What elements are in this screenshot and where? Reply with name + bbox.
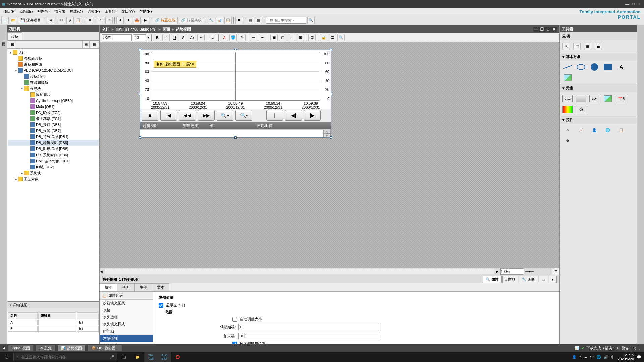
go-offline-button[interactable]: 🔗转至离线: [179, 17, 204, 24]
menu-view[interactable]: 视图(V): [35, 8, 52, 15]
ruler-fwd-button[interactable]: |▶: [304, 110, 321, 121]
volume-icon[interactable]: 🔊: [604, 355, 608, 359]
fillcolor-button[interactable]: 🪣: [229, 34, 237, 41]
tree-node[interactable]: DB_符号IO域 [DB4]: [8, 134, 99, 140]
tab-diagnostics[interactable]: 🔧诊断: [519, 276, 538, 283]
plcsim-icon[interactable]: PLCSIM: [158, 352, 171, 362]
explorer-icon[interactable]: 📁: [131, 352, 144, 362]
tree-node[interactable]: ▾PLC [CPU 1214C DC/DC/DC]: [8, 67, 99, 73]
go-online-button[interactable]: 🔗转至在线: [153, 17, 178, 24]
image-tool[interactable]: [562, 74, 573, 81]
layer-button[interactable]: ≣: [329, 34, 336, 41]
trend-screen-tab[interactable]: 📊趋势视图: [58, 345, 85, 351]
menu-insert[interactable]: 插入(I): [52, 8, 67, 15]
tree-view2-button[interactable]: ▦: [91, 41, 98, 48]
grid-tool[interactable]: ▦: [584, 43, 591, 50]
iofield-tool[interactable]: 0.12: [562, 95, 573, 102]
compile-button[interactable]: ⬇: [116, 17, 124, 24]
user-tool[interactable]: 👤: [589, 126, 599, 134]
subtab-events[interactable]: 事件: [135, 283, 152, 291]
paste-button[interactable]: 📋: [75, 17, 82, 24]
search-go-button[interactable]: 🔍: [307, 17, 315, 24]
safe-icon[interactable]: 🛡: [590, 355, 594, 359]
tia-icon[interactable]: TIAV15: [144, 352, 158, 362]
tree-node[interactable]: IO域 [DB2]: [8, 164, 99, 170]
tree-node[interactable]: FC_IO域 [FC2]: [8, 110, 99, 116]
alarm-tool[interactable]: ⚠: [562, 126, 573, 134]
proplist-item[interactable]: 按钮填充图案: [100, 300, 153, 307]
menu-help[interactable]: 帮助(H): [137, 8, 154, 15]
controls-header[interactable]: ▾控件: [560, 116, 637, 124]
trend-view-widget[interactable]: 1008060 40200 1008060 40200: [140, 50, 331, 138]
menu-project[interactable]: 项目(P): [1, 8, 18, 15]
menu-tools[interactable]: 工具(T): [103, 8, 119, 15]
subtab-anim[interactable]: 动画: [117, 283, 135, 291]
canvas-hscroll[interactable]: [105, 269, 494, 274]
start-button[interactable]: |◀: [160, 110, 177, 121]
tree-node[interactable]: 添加新设备: [8, 55, 99, 61]
ruler-button[interactable]: |: [266, 110, 283, 121]
delete-button[interactable]: ✕: [86, 17, 93, 24]
tree-node[interactable]: DB_系统时间 [DB6]: [8, 152, 99, 158]
maximize-button[interactable]: □: [631, 2, 636, 6]
tree-node[interactable]: DB_报警 [DB7]: [8, 128, 99, 134]
undo-button[interactable]: ↶: [97, 17, 104, 24]
graphio-tool[interactable]: [603, 95, 613, 102]
button-tool[interactable]: [576, 95, 586, 102]
tree-node[interactable]: ▸系统块: [8, 170, 99, 176]
tool1-button[interactable]: 🔧: [208, 17, 215, 24]
tab-devices[interactable]: 设备: [7, 32, 22, 40]
tree-node[interactable]: Cyclic interrupt [OB30]: [8, 98, 99, 104]
axis-start-input[interactable]: [238, 324, 379, 330]
split-h-button[interactable]: ▤: [247, 17, 254, 24]
italic-button[interactable]: I: [162, 34, 170, 41]
options-header[interactable]: 选项: [560, 32, 637, 40]
tool2-button[interactable]: 📊: [216, 17, 223, 24]
pointer-tool[interactable]: ↖: [562, 43, 570, 50]
editor-maximize[interactable]: □: [545, 27, 551, 32]
tool4-button[interactable]: ✖: [235, 17, 243, 24]
sup-button[interactable]: A↑: [189, 34, 196, 41]
show-left-y-checkbox[interactable]: [159, 303, 163, 308]
proplist-item[interactable]: 左侧值轴: [100, 335, 153, 342]
tree-node[interactable]: DB_按钮 [DB3]: [8, 122, 99, 128]
tree-node[interactable]: 添加新块: [8, 92, 99, 98]
tree-node[interactable]: DB_图形IO域 [DB5]: [8, 146, 99, 152]
line-tool[interactable]: [562, 63, 573, 71]
tray-up-icon[interactable]: ^: [579, 355, 581, 359]
cloud-icon[interactable]: ☁: [584, 355, 587, 359]
editor-minimize[interactable]: —: [533, 27, 539, 32]
align2-button[interactable]: ⊞: [297, 34, 304, 41]
tree-node[interactable]: ▾程序块: [8, 85, 99, 92]
menu-edit[interactable]: 编辑(E): [18, 8, 35, 15]
taskview-button[interactable]: ◫: [117, 352, 131, 362]
axis-end-input[interactable]: [238, 333, 379, 339]
tree-collapse-button[interactable]: ⊟: [9, 41, 16, 48]
ruler-line[interactable]: [235, 52, 236, 100]
switch-tool[interactable]: ⏻: [576, 106, 586, 113]
fontsize-select[interactable]: [133, 34, 146, 41]
notification-icon[interactable]: 💬: [637, 355, 641, 359]
trend-tool[interactable]: 📈: [576, 126, 586, 134]
tree-node[interactable]: ▸工艺对象: [8, 176, 99, 182]
system-tool[interactable]: ⚙: [562, 137, 573, 144]
panel-collapse[interactable]: ▭: [539, 276, 548, 283]
network-icon[interactable]: 🌐: [596, 355, 601, 359]
mic-icon[interactable]: 🎤: [110, 355, 114, 359]
db-tab[interactable]: 📦DB_趋势视...: [88, 345, 122, 351]
align-button[interactable]: ≡: [209, 34, 216, 41]
new-button[interactable]: 📄: [1, 17, 9, 24]
linecolor-button[interactable]: ✎: [238, 34, 246, 41]
project-tree[interactable]: ▾入门 添加新设备设备和网络▾PLC [CPU 1214C DC/DC/DC]设…: [7, 49, 99, 301]
zoomout-button[interactable]: 🔍-: [235, 110, 252, 121]
property-category-list[interactable]: 📋属性列表 按钮填充图案表格表头边框表头填充样式时间轴左侧值轴右侧值轴样式/设计…: [100, 292, 153, 352]
group-button[interactable]: ⊡: [308, 34, 316, 41]
close-button[interactable]: ✕: [637, 2, 642, 6]
bar-tool[interactable]: [562, 106, 573, 113]
simulate-button[interactable]: ▶: [142, 17, 149, 24]
subtab-props[interactable]: 属性: [100, 283, 117, 291]
tree-node[interactable]: HMI_基本对象 [DB1]: [8, 158, 99, 164]
panel-dropdown[interactable]: ▾: [549, 276, 557, 283]
proplist-item[interactable]: 表格: [100, 307, 153, 314]
elements-header[interactable]: ▾元素: [560, 84, 637, 92]
